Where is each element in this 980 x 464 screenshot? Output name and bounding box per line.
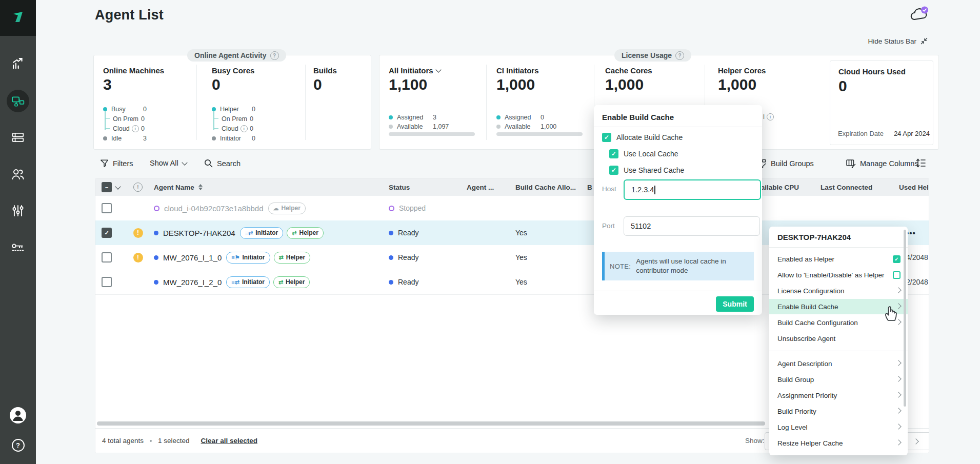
page-title: Agent List [95,7,164,23]
menu-scrollbar[interactable] [904,230,906,407]
chevron-right-icon [895,408,901,413]
status-dot [389,206,394,211]
menu-item-build-priority[interactable]: Build Priority [769,404,908,419]
idle-dot [103,136,107,140]
menu-item-allow-enable-disable[interactable]: Allow to 'Enable/Disable' as Helper [769,267,908,283]
tree-value: 0 [252,135,255,142]
helper-sync-icon: ⇄ [279,255,284,260]
pill-label: License Usage [622,51,672,59]
warning-icon[interactable]: ! [133,228,143,238]
sort-icon[interactable] [198,184,203,190]
menu-item-enable-build-cache[interactable]: Enable Build Cache [769,299,908,314]
checkbox-unchecked[interactable] [893,271,901,279]
table-header-row: – ! Agent Name Status Agent ... Build Ca… [95,178,929,196]
manage-columns-icon [846,159,856,168]
helper-sync-icon: ⇄ [292,230,296,236]
cloud-status-indicator[interactable] [909,6,930,24]
sidebar-item-settings[interactable] [0,204,36,217]
menu-item-resize-helper-cache[interactable]: Resize Helper Cache [769,435,908,451]
cloud-hours-card: Cloud Hours Used 0 Expiration Date 24 Ap… [830,60,933,145]
checkbox-checked[interactable]: ✓ [609,149,618,158]
checkbox-checked[interactable]: ✓ [602,133,611,142]
cell-value: 4/2048 [906,253,928,261]
use-shared-cache-option[interactable]: ✓ Use Shared Cache [609,166,684,175]
tree-value: 0 [250,115,253,123]
help-tooltip-icon[interactable]: ? [270,51,279,60]
chevron-right-icon [895,392,901,397]
help-tooltip-icon[interactable]: ? [675,51,684,60]
checkbox-checked[interactable]: ✓ [609,166,618,175]
row-height-button[interactable] [916,158,926,168]
note-message: Agents will use local cache in contribut… [636,257,726,275]
column-status[interactable]: Status [383,184,461,191]
menu-item-agent-description[interactable]: Agent Description [769,356,908,371]
sidebar-item-help[interactable]: ? [0,439,36,452]
column-used-helper[interactable]: Used Helper Cache [893,184,929,191]
filters-button[interactable]: Filters [100,159,133,168]
host-input[interactable]: 1.2.3.4 [624,179,761,200]
chevron-right-icon [895,376,901,381]
card-value: 0 [212,76,221,93]
collapse-icon [920,37,928,45]
row-checkbox[interactable] [102,277,112,287]
usage-bar [389,132,475,136]
select-all-checkbox[interactable]: – [102,182,112,192]
column-agent-truncated[interactable]: Agent ... [461,184,509,191]
chevron-right-icon [895,423,901,429]
divider [769,351,908,351]
menu-item-enabled-as-helper[interactable]: Enabled as Helper ✓ [769,251,908,267]
row-checkbox[interactable]: ✓ [102,228,112,238]
tree-label: On Prem [222,115,250,123]
info-icon[interactable]: i [767,113,774,120]
tree-label: Idle [111,135,143,142]
info-icon[interactable]: i [241,125,248,132]
menu-item-assignment-priority[interactable]: Assignment Priority [769,388,908,403]
table-row[interactable]: cloud_i-04b92c073e1a8bbdd ☁ Helper Stopp… [95,196,929,221]
submit-button[interactable]: Submit [716,296,754,312]
show-all-dropdown[interactable]: Show All [150,159,187,167]
menu-item-license-configuration[interactable]: License Configuration [769,283,908,298]
search-button[interactable]: Search [204,159,241,168]
initiator-sync-icon: ≡⇄ [231,279,239,285]
sidebar-item-builds[interactable] [0,131,36,144]
card-title: Cache Cores [605,66,652,75]
sidebar-item-account[interactable] [0,407,36,423]
info-icon[interactable]: i [132,125,139,132]
row-checkbox[interactable] [102,252,112,263]
card-value: 1,000 [605,76,644,93]
menu-item-unsubscribe-agent[interactable]: Unsubscribe Agent [769,331,908,346]
sidebar-item-agents[interactable] [0,90,36,112]
app-logo[interactable] [0,0,36,36]
card-title: Cloud Hours Used [838,67,906,76]
row-checkbox[interactable] [102,203,112,213]
tree-value: 0 [250,125,253,132]
warning-icon[interactable]: ! [133,253,143,263]
column-last-connected[interactable]: Last Connected [814,184,893,191]
cloud-icon [909,6,930,24]
column-agent-name[interactable]: Agent Name [148,184,383,191]
column-build-cache-alloc[interactable]: Build Cache Allo... [509,184,581,191]
chevron-down-icon[interactable] [435,67,441,72]
horizontal-scrollbar[interactable] [97,421,765,426]
legend: Assigned 3 Available 1,097 [389,113,449,131]
port-input[interactable]: 51102 [624,216,760,236]
sidebar-item-dashboard[interactable] [0,56,36,70]
selection-menu-chevron-icon[interactable] [115,184,121,189]
build-groups-button[interactable]: Build Groups [757,159,814,168]
manage-columns-button[interactable]: Manage Columns [846,159,918,168]
status-label: Ready [398,229,418,237]
menu-item-build-cache-configuration[interactable]: Build Cache Configuration [769,315,908,330]
clear-selected-link[interactable]: Clear all selected [201,437,257,445]
hide-status-bar-button[interactable]: Hide Status Bar [868,37,928,45]
next-page-button[interactable] [914,437,918,445]
menu-item-build-group[interactable]: Build Group [769,372,908,387]
helper-badge: ⇄ Helper [273,276,310,288]
menu-item-log-level[interactable]: Log Level [769,419,908,435]
allocate-build-cache-option[interactable]: ✓ Allocate Build Cache [602,133,683,142]
checkbox-checked[interactable]: ✓ [893,255,901,263]
sidebar-item-license[interactable] [0,241,36,253]
use-local-cache-option[interactable]: ✓ Use Local Cache [609,149,678,158]
tree-value: 0 [252,106,255,113]
sidebar-item-users[interactable] [0,167,36,180]
avatar [10,407,26,423]
